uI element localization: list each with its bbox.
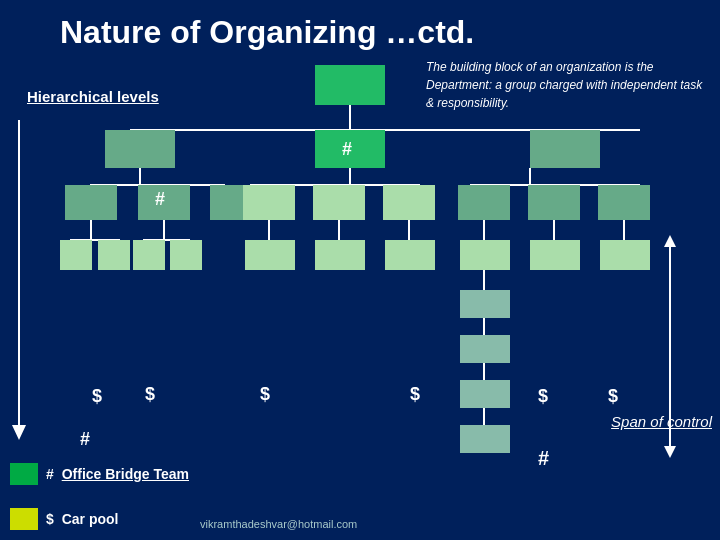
svg-text:$: $ <box>145 384 155 404</box>
svg-rect-32 <box>245 240 295 270</box>
svg-text:#: # <box>342 139 352 159</box>
office-symbol: # <box>46 466 54 482</box>
svg-rect-17 <box>60 240 92 270</box>
svg-rect-9 <box>530 130 600 168</box>
svg-rect-49 <box>460 290 510 318</box>
svg-rect-46 <box>530 240 580 270</box>
svg-rect-39 <box>458 185 510 220</box>
svg-text:$: $ <box>260 384 270 404</box>
span-of-control-label: Span of control <box>611 413 712 430</box>
svg-marker-1 <box>12 425 26 440</box>
svg-rect-41 <box>598 185 650 220</box>
hierarchical-arrow <box>10 120 28 444</box>
svg-rect-28 <box>383 185 435 220</box>
svg-rect-40 <box>528 185 580 220</box>
svg-rect-22 <box>170 240 202 270</box>
svg-rect-55 <box>460 425 510 453</box>
email-text: vikramthadeshvar@hotmail.com <box>200 518 357 530</box>
svg-rect-21 <box>133 240 165 270</box>
carpool-text: Car pool <box>62 511 119 527</box>
svg-rect-53 <box>460 380 510 408</box>
svg-rect-27 <box>313 185 365 220</box>
svg-text:#: # <box>155 189 165 209</box>
svg-rect-51 <box>460 335 510 363</box>
svg-marker-59 <box>664 235 676 247</box>
svg-rect-33 <box>315 240 365 270</box>
svg-rect-34 <box>385 240 435 270</box>
svg-text:$: $ <box>538 386 548 406</box>
svg-rect-26 <box>243 185 295 220</box>
org-chart: # # $ $ $ <box>50 55 700 485</box>
svg-marker-60 <box>664 446 676 458</box>
svg-rect-5 <box>105 130 175 168</box>
page-title: Nature of Organizing …ctd. <box>0 0 720 57</box>
legend-office: # Office Bridge Team <box>10 463 189 485</box>
legend-carpool: $ Car pool <box>10 508 118 530</box>
legend-yellow-box <box>10 508 38 530</box>
svg-text:$: $ <box>608 386 618 406</box>
svg-text:$: $ <box>92 386 102 406</box>
svg-text:#: # <box>538 447 549 469</box>
svg-rect-18 <box>98 240 130 270</box>
svg-rect-45 <box>460 240 510 270</box>
svg-rect-47 <box>600 240 650 270</box>
svg-rect-11 <box>65 185 117 220</box>
svg-rect-2 <box>315 65 385 105</box>
svg-text:$: $ <box>410 384 420 404</box>
legend-green-box <box>10 463 38 485</box>
svg-text:#: # <box>80 429 90 449</box>
office-text: Office Bridge Team <box>62 466 189 482</box>
carpool-symbol: $ <box>46 511 54 527</box>
